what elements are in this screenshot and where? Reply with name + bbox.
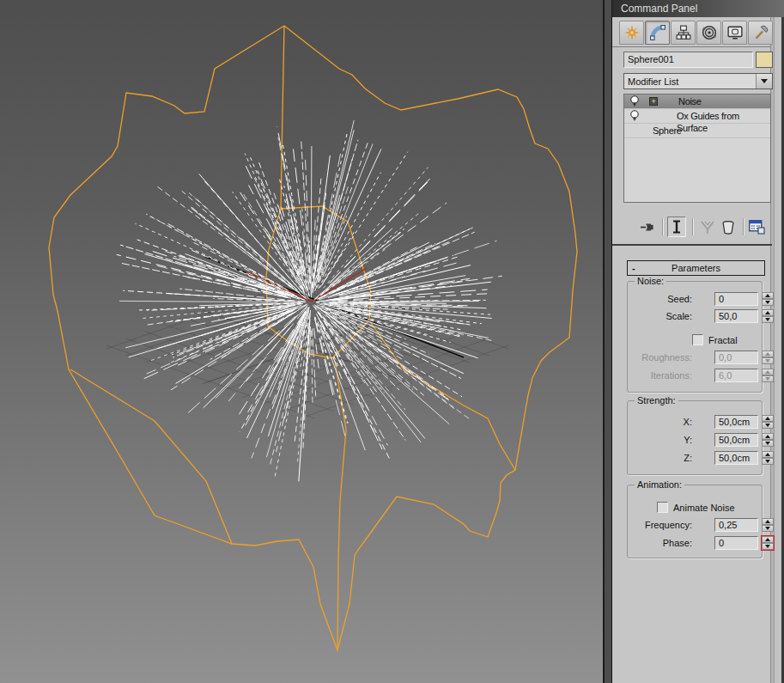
modifier-list-label: Modifier List [628, 75, 678, 88]
panel-splitter[interactable] [603, 0, 612, 683]
strength-y-field[interactable]: 50,0cm [714, 433, 758, 447]
phase-label: Phase: [663, 536, 692, 550]
roughness-label: Roughness: [641, 351, 692, 364]
viewport-scene [0, 0, 603, 683]
command-panel: Command Panel [612, 0, 784, 683]
parameters-rollout-header[interactable]: - Parameters [627, 260, 765, 276]
command-panel-title: Command Panel [621, 3, 697, 15]
tab-underline [612, 46, 770, 47]
noise-group-legend: Noise: [635, 276, 666, 287]
bulb-on-icon[interactable] [629, 95, 640, 107]
frequency-spinner[interactable] [762, 518, 774, 532]
roughness-spinner [762, 351, 774, 364]
seed-field[interactable]: 0 [714, 292, 758, 306]
animation-group-legend: Animation: [635, 479, 684, 491]
strength-z-spinner[interactable] [762, 451, 774, 465]
seed-spinner[interactable] [762, 292, 774, 306]
strength-x-spinner[interactable] [762, 415, 774, 429]
rollout-title: Parameters [672, 263, 720, 273]
motion-icon [702, 25, 717, 40]
modifier-list-arrow-button[interactable] [756, 74, 772, 88]
strength-z-label: Z: [684, 451, 692, 465]
expand-modifier-icon[interactable]: + [649, 97, 658, 106]
make-unique-icon[interactable] [699, 220, 716, 235]
stack-toolbar [623, 216, 771, 239]
perspective-viewport[interactable] [0, 0, 603, 683]
modifier-stack: + Noise Ox Guides from Surface Sphere [623, 94, 771, 203]
command-panel-titlebar[interactable]: Command Panel [612, 0, 784, 17]
phase-field[interactable]: 0 [714, 536, 758, 550]
bulb-on-icon[interactable] [629, 110, 640, 121]
toolbar-divider [662, 218, 663, 235]
utilities-icon [753, 25, 769, 40]
frequency-label: Frequency: [645, 518, 692, 532]
panel-separator [612, 244, 772, 246]
strength-x-field[interactable]: 50,0cm [714, 415, 758, 429]
strength-z-field[interactable]: 50,0cm [714, 451, 758, 465]
iterations-label: Iterations: [651, 369, 692, 382]
fractal-checkbox[interactable] [692, 334, 703, 345]
display-icon [727, 25, 743, 40]
modifier-name: Noise [678, 95, 702, 107]
modifier-list-dropdown[interactable]: Modifier List [623, 73, 773, 89]
iterations-spinner [762, 369, 774, 382]
tab-create[interactable] [619, 21, 644, 45]
frequency-field[interactable]: 0,25 [714, 518, 758, 532]
roughness-field: 0,0 [714, 351, 758, 364]
tab-motion[interactable] [696, 21, 721, 45]
scale-field[interactable]: 50,0 [714, 309, 758, 323]
hierarchy-icon [676, 25, 691, 40]
iterations-field: 6,0 [714, 369, 758, 382]
stack-row-sphere[interactable]: Sphere [624, 124, 770, 138]
pin-stack-icon[interactable] [641, 221, 658, 234]
chevron-down-icon [761, 79, 768, 83]
stack-row-noise[interactable]: + Noise [624, 95, 770, 109]
toolbar-divider [743, 218, 744, 235]
seed-label: Seed: [667, 292, 692, 306]
strength-group-legend: Strength: [635, 395, 678, 406]
base-object-name: Sphere [653, 125, 682, 137]
show-end-result-icon [672, 220, 682, 234]
modify-icon [650, 25, 665, 40]
object-name-text: Sphere001 [628, 54, 674, 64]
phase-spinner-keyed[interactable] [762, 536, 774, 550]
fractal-label: Fractal [708, 334, 738, 346]
tab-modify[interactable] [645, 21, 670, 45]
object-name-field[interactable]: Sphere001 [623, 52, 753, 68]
strength-x-label: X: [684, 415, 692, 429]
configure-modifier-sets-icon[interactable] [749, 220, 765, 235]
toolbar-divider [692, 218, 693, 235]
object-color-swatch[interactable] [756, 52, 773, 68]
remove-modifier-icon[interactable] [720, 220, 736, 235]
strength-y-spinner[interactable] [762, 433, 774, 447]
tab-utilities[interactable] [748, 21, 773, 45]
command-panel-tabs [619, 21, 773, 46]
create-icon [624, 25, 640, 40]
strength-y-label: Y: [684, 433, 692, 447]
stack-row-ox-guides[interactable]: Ox Guides from Surface [624, 109, 770, 124]
animate-noise-checkbox[interactable] [657, 502, 668, 513]
scale-label: Scale: [665, 309, 692, 323]
animate-noise-label: Animate Noise [673, 502, 735, 514]
tab-hierarchy[interactable] [671, 21, 696, 45]
show-end-result-button[interactable] [667, 216, 686, 237]
tab-display[interactable] [722, 21, 747, 45]
scale-spinner[interactable] [762, 309, 774, 323]
collapse-icon: - [632, 261, 635, 275]
